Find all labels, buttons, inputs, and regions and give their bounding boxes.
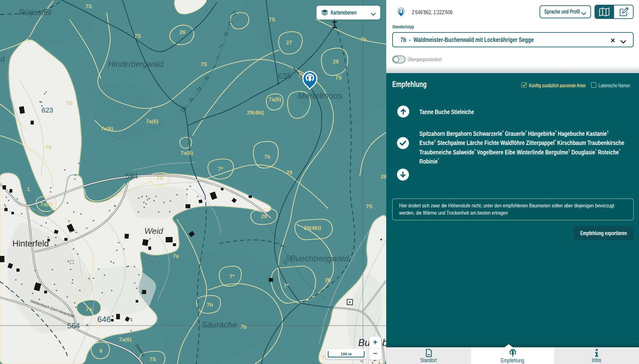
svg-text:Hinterfeld: Hinterfeld [12,239,49,248]
svg-text:7b: 7b [360,37,367,43]
svg-text:7a(6): 7a(6) [101,126,113,132]
svg-text:27: 27 [286,40,292,46]
svg-text:7*: 7* [284,283,289,289]
svg-text:b: b [382,337,386,348]
svg-text:7b: 7b [264,154,270,160]
svg-text:7S: 7S [66,100,73,106]
svg-text:7S: 7S [134,33,141,39]
svg-text:Buechberigwald: Buechberigwald [290,254,349,263]
svg-text:Rütjosteli: Rütjosteli [19,8,52,17]
svg-text:7*: 7* [229,274,234,280]
svg-text:7a(6): 7a(6) [119,337,132,343]
svg-text:29(46t): 29(46t) [247,110,264,116]
svg-text:7S: 7S [150,356,156,362]
svg-text:7S: 7S [86,3,92,9]
svg-text:7b: 7b [207,302,213,308]
svg-text:635: 635 [278,71,291,81]
svg-text:594: 594 [125,172,138,180]
svg-text:7a: 7a [173,253,179,259]
svg-text:1: 1 [27,186,30,192]
svg-text:26: 26 [333,59,339,65]
svg-text:7b: 7b [240,324,247,330]
svg-text:Bu: Bu [358,337,370,348]
svg-text:646: 646 [97,315,111,324]
svg-text:7S: 7S [201,61,207,67]
svg-text:623: 623 [42,106,53,114]
svg-text:7S: 7S [269,17,275,23]
svg-text:7S: 7S [366,204,373,210]
svg-text:26: 26 [261,213,267,219]
svg-text:7*: 7* [218,166,223,172]
svg-text:Mertelmoos: Mertelmoos [298,91,342,101]
svg-text:×: × [86,322,89,328]
svg-text:7a(6): 7a(6) [180,150,193,156]
svg-text:26: 26 [381,174,386,180]
svg-text:7a(6): 7a(6) [146,118,158,124]
svg-text:Weid: Weid [145,226,163,236]
svg-text:Hinderbergwald: Hinderbergwald [108,60,163,68]
svg-text:7S: 7S [335,75,342,81]
svg-text:26: 26 [180,29,186,35]
svg-text:7a(6): 7a(6) [269,96,281,102]
svg-text:7a: 7a [86,306,92,312]
svg-text:6: 6 [99,348,102,354]
svg-text:7S: 7S [45,144,52,150]
svg-text:d: d [0,55,5,63]
svg-text:Säuräche: Säuräche [202,320,237,329]
svg-text:7S: 7S [157,175,163,181]
svg-text:7a(6): 7a(6) [40,201,53,207]
svg-text:564: 564 [67,321,80,330]
svg-text:29(46t): 29(46t) [304,225,321,231]
svg-text:100 m: 100 m [340,352,352,356]
svg-text:26: 26 [325,277,331,283]
svg-text:29: 29 [287,170,293,176]
